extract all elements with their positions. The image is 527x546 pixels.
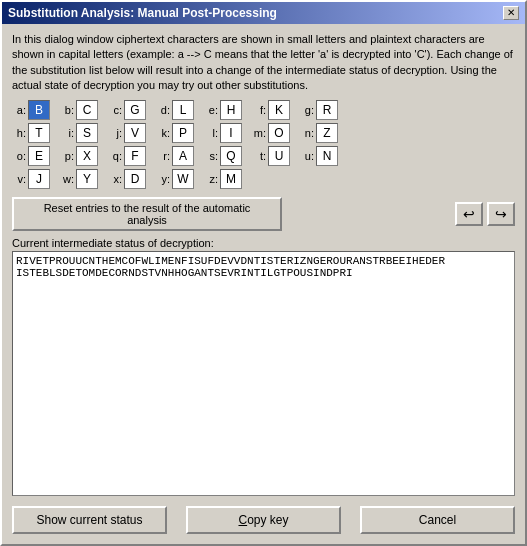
window-title: Substitution Analysis: Manual Post-Proce… <box>8 6 277 20</box>
grid-label-2-1: p: <box>60 150 74 162</box>
grid-input-0-1[interactable] <box>76 100 98 120</box>
grid-label-0-4: e: <box>204 104 218 116</box>
grid-label-2-2: q: <box>108 150 122 162</box>
copy-key-button[interactable]: Copy key <box>186 506 341 534</box>
grid-input-3-2[interactable] <box>124 169 146 189</box>
grid-label-1-5: m: <box>252 127 266 139</box>
grid-input-1-5[interactable] <box>268 123 290 143</box>
grid-input-3-0[interactable] <box>28 169 50 189</box>
status-section: Current intermediate status of decryptio… <box>12 237 515 496</box>
grid-input-0-0[interactable] <box>28 100 50 120</box>
grid-input-0-4[interactable] <box>220 100 242 120</box>
close-button[interactable]: ✕ <box>503 6 519 20</box>
grid-label-3-1: w: <box>60 173 74 185</box>
grid-input-0-3[interactable] <box>172 100 194 120</box>
grid-input-2-6[interactable] <box>316 146 338 166</box>
grid-label-1-2: j: <box>108 127 122 139</box>
redo-button[interactable]: ↪ <box>487 202 515 226</box>
redo-icon: ↪ <box>495 206 507 222</box>
grid-label-3-2: x: <box>108 173 122 185</box>
grid-input-1-6[interactable] <box>316 123 338 143</box>
title-bar: Substitution Analysis: Manual Post-Proce… <box>2 2 525 24</box>
grid-label-3-4: z: <box>204 173 218 185</box>
dialog-content: In this dialog window ciphertext charact… <box>2 24 525 544</box>
show-status-label: Show current status <box>36 513 142 527</box>
cancel-button[interactable]: Cancel <box>360 506 515 534</box>
status-label: Current intermediate status of decryptio… <box>12 237 515 249</box>
grid-label-0-2: c: <box>108 104 122 116</box>
cancel-label: Cancel <box>419 513 456 527</box>
grid-label-1-1: i: <box>60 127 74 139</box>
grid-input-2-3[interactable] <box>172 146 194 166</box>
grid-input-0-2[interactable] <box>124 100 146 120</box>
grid-input-0-6[interactable] <box>316 100 338 120</box>
undo-icon: ↩ <box>463 206 475 222</box>
grid-input-3-1[interactable] <box>76 169 98 189</box>
grid-label-0-0: a: <box>12 104 26 116</box>
reset-button[interactable]: Reset entries to the result of the autom… <box>12 197 282 231</box>
grid-input-1-2[interactable] <box>124 123 146 143</box>
grid-label-1-6: n: <box>300 127 314 139</box>
grid-label-2-4: s: <box>204 150 218 162</box>
grid-row-0: a:b:c:d:e:f:g: <box>12 100 515 120</box>
description-text: In this dialog window ciphertext charact… <box>12 32 515 94</box>
grid-input-1-1[interactable] <box>76 123 98 143</box>
main-window: Substitution Analysis: Manual Post-Proce… <box>0 0 527 546</box>
grid-label-1-0: h: <box>12 127 26 139</box>
undo-redo-buttons: ↩ ↪ <box>455 202 515 226</box>
grid-input-2-2[interactable] <box>124 146 146 166</box>
action-buttons-row: Reset entries to the result of the autom… <box>12 197 515 231</box>
grid-label-2-6: u: <box>300 150 314 162</box>
grid-input-2-1[interactable] <box>76 146 98 166</box>
grid-label-3-0: v: <box>12 173 26 185</box>
grid-label-0-6: g: <box>300 104 314 116</box>
grid-row-3: v:w:x:y:z: <box>12 169 515 189</box>
grid-label-2-5: t: <box>252 150 266 162</box>
grid-input-3-3[interactable] <box>172 169 194 189</box>
title-bar-buttons: ✕ <box>503 6 519 20</box>
grid-input-1-0[interactable] <box>28 123 50 143</box>
grid-label-2-0: o: <box>12 150 26 162</box>
grid-label-0-1: b: <box>60 104 74 116</box>
grid-input-2-0[interactable] <box>28 146 50 166</box>
substitution-grid: a:b:c:d:e:f:g:h:i:j:k:l:m:n:o:p:q:r:s:t:… <box>12 100 515 189</box>
grid-input-0-5[interactable] <box>268 100 290 120</box>
show-status-button[interactable]: Show current status <box>12 506 167 534</box>
grid-label-1-4: l: <box>204 127 218 139</box>
grid-label-2-3: r: <box>156 150 170 162</box>
grid-input-2-5[interactable] <box>268 146 290 166</box>
grid-input-3-4[interactable] <box>220 169 242 189</box>
undo-button[interactable]: ↩ <box>455 202 483 226</box>
grid-row-1: h:i:j:k:l:m:n: <box>12 123 515 143</box>
grid-label-0-5: f: <box>252 104 266 116</box>
grid-label-3-3: y: <box>156 173 170 185</box>
grid-input-1-3[interactable] <box>172 123 194 143</box>
grid-row-2: o:p:q:r:s:t:u: <box>12 146 515 166</box>
footer-buttons: Show current status Copy key Cancel <box>12 502 515 536</box>
grid-label-0-3: d: <box>156 104 170 116</box>
grid-label-1-3: k: <box>156 127 170 139</box>
grid-input-2-4[interactable] <box>220 146 242 166</box>
copy-key-label: Copy key <box>238 513 288 527</box>
grid-input-1-4[interactable] <box>220 123 242 143</box>
status-textarea[interactable] <box>12 251 515 496</box>
